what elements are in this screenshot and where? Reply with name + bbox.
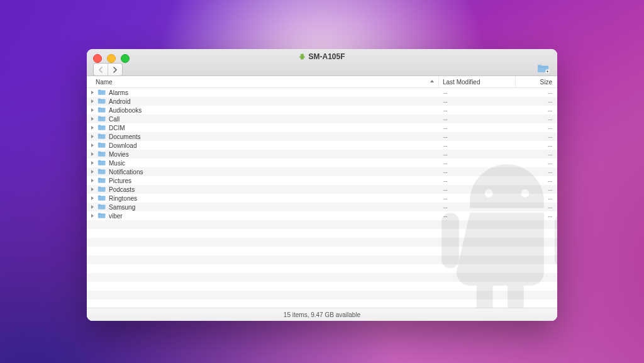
item-modified: -- [440,107,516,114]
table-row[interactable]: Android---- [87,97,557,106]
item-size: -- [516,186,557,193]
item-name: Pictures [109,177,131,184]
folder-icon [97,106,109,114]
status-bar: 15 items, 9.47 GB available [87,308,557,321]
item-name: Alarms [109,89,128,96]
item-modified: -- [440,116,516,123]
table-row[interactable]: Call---- [87,114,557,123]
titlebar: SM-A105F [87,49,557,76]
table-row[interactable]: Pictures---- [87,176,557,185]
item-name: Download [109,142,136,149]
folder-icon [97,142,109,150]
empty-row [87,255,557,264]
table-row[interactable]: DCIM---- [87,123,557,132]
disclosure-triangle-icon[interactable] [88,98,97,105]
item-size: -- [516,213,557,220]
table-row[interactable]: viber---- [87,211,557,220]
empty-row [87,273,557,282]
item-name: Ringtones [109,195,137,202]
item-size: -- [516,177,557,184]
item-name: Call [109,116,119,123]
disclosure-triangle-icon[interactable] [88,169,97,176]
item-modified: -- [440,133,516,140]
column-header-row: Name Last Modified Size [87,76,557,88]
disclosure-triangle-icon[interactable] [88,204,97,211]
empty-row [87,220,557,229]
item-size: -- [516,142,557,149]
disclosure-triangle-icon[interactable] [88,160,97,167]
item-name: Documents [109,133,141,140]
item-modified: -- [440,169,516,176]
back-button[interactable] [94,64,108,75]
window-title: SM-A105F [87,52,557,61]
folder-icon [97,124,109,132]
item-modified: -- [440,142,516,149]
disclosure-triangle-icon[interactable] [88,195,97,202]
column-header-size[interactable]: Size [516,76,557,87]
item-size: -- [516,133,557,140]
item-size: -- [516,125,557,131]
item-modified: -- [440,177,516,184]
table-row[interactable]: Samsung---- [87,203,557,211]
disclosure-triangle-icon[interactable] [88,213,97,220]
file-list: Alarms----Android----Audiobooks----Call-… [87,88,557,308]
disclosure-triangle-icon[interactable] [88,133,97,140]
empty-row [87,282,557,291]
item-modified: -- [440,89,516,96]
folder-icon [97,115,109,123]
item-modified: -- [440,204,516,211]
item-name: DCIM [109,125,125,131]
nav-back-forward [93,63,123,76]
folder-icon [97,212,109,220]
disclosure-triangle-icon[interactable] [88,186,97,193]
folder-icon [97,168,109,176]
folder-icon [97,150,109,159]
empty-row [87,238,557,247]
table-row[interactable]: Music---- [87,159,557,167]
table-row[interactable]: Audiobooks---- [87,106,557,114]
table-row[interactable]: Notifications---- [87,167,557,176]
item-size: -- [516,116,557,123]
empty-row [87,291,557,299]
empty-row [87,229,557,238]
table-row[interactable]: Ringtones---- [87,194,557,203]
table-row[interactable]: Documents---- [87,132,557,141]
disclosure-triangle-icon[interactable] [88,116,97,123]
forward-button[interactable] [108,64,122,75]
item-name: Podcasts [109,186,135,193]
item-size: -- [516,107,557,114]
table-row[interactable]: Alarms---- [87,88,557,97]
empty-row [87,264,557,273]
table-row[interactable]: Podcasts---- [87,185,557,194]
disclosure-triangle-icon[interactable] [88,177,97,184]
item-size: -- [516,204,557,211]
item-name: Notifications [109,169,143,176]
item-modified: -- [440,125,516,131]
disclosure-triangle-icon[interactable] [88,107,97,114]
disclosure-triangle-icon[interactable] [88,125,97,131]
folder-icon [97,98,109,106]
item-modified: -- [440,186,516,193]
column-header-modified[interactable]: Last Modified [439,76,516,87]
finder-window: SM-A105F Name Last Modified [87,49,557,321]
folder-icon [97,133,109,141]
item-size: -- [516,195,557,202]
column-header-modified-label: Last Modified [443,79,480,86]
disclosure-triangle-icon[interactable] [88,89,97,96]
item-size: -- [516,151,557,158]
item-size: -- [516,89,557,96]
item-name: Samsung [109,204,135,211]
table-row[interactable]: Download---- [87,141,557,150]
item-modified: -- [440,151,516,158]
item-size: -- [516,98,557,105]
disclosure-triangle-icon[interactable] [88,142,97,149]
disclosure-triangle-icon[interactable] [88,151,97,158]
folder-icon [97,203,109,211]
window-title-text: SM-A105F [308,52,345,61]
item-modified: -- [440,98,516,105]
sort-ascending-icon [430,79,435,84]
table-row[interactable]: Movies---- [87,150,557,159]
new-folder-button[interactable] [536,63,550,74]
column-header-name[interactable]: Name [87,76,439,87]
item-size: -- [516,160,557,167]
